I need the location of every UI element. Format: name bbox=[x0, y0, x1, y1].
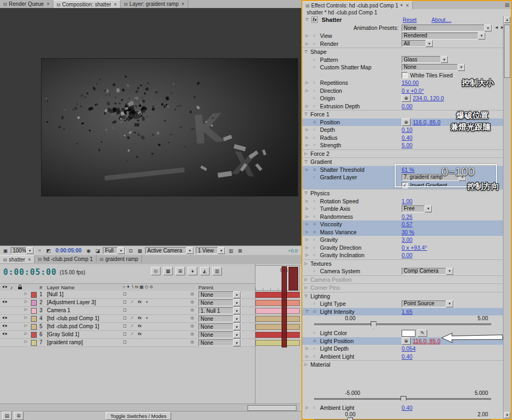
param-value[interactable]: 5.00 bbox=[402, 141, 412, 149]
param-ambient-light[interactable]: ▷○Ambient Light0.40 bbox=[302, 404, 504, 412]
group-corner-pins[interactable]: ▷Corner Pins bbox=[302, 283, 504, 292]
twirl-closed-icon[interactable]: ▷ bbox=[25, 323, 27, 328]
previous-preset-icon[interactable]: ◄ bbox=[494, 25, 499, 30]
layer-name[interactable]: [hd -club.psd Comp 1] bbox=[47, 323, 99, 329]
visibility-toggle[interactable] bbox=[2, 315, 8, 321]
param-light-type[interactable]: ○Light TypePoint Source▼ bbox=[302, 300, 504, 308]
param-value[interactable]: 0.00 bbox=[402, 102, 412, 110]
box-switch-icon[interactable]: ◻ bbox=[122, 315, 128, 320]
column-number[interactable]: # bbox=[39, 284, 42, 290]
param-value[interactable]: 0.40 bbox=[402, 404, 412, 412]
param-origin[interactable]: ○Origin⊕234.0, 120.0 bbox=[302, 94, 504, 102]
scroll-up-icon[interactable]: ▲ bbox=[504, 17, 510, 23]
param-value[interactable]: 0.10 bbox=[402, 126, 412, 134]
twirl-icon[interactable]: ▷ bbox=[306, 126, 308, 134]
draft-3d-icon[interactable]: ▦ bbox=[163, 267, 173, 275]
twirl-icon[interactable]: ▷ bbox=[306, 353, 308, 361]
param-extrusion-depth[interactable]: ▷○Extrusion Depth0.00 bbox=[302, 102, 504, 110]
group-material[interactable]: ▷Material bbox=[302, 360, 504, 369]
eyedropper-icon[interactable]: ✎ bbox=[418, 329, 427, 337]
chevron-down-icon[interactable]: ▼ bbox=[484, 25, 492, 31]
point-control-icon[interactable]: ⊕ bbox=[402, 118, 411, 126]
twirl-closed-icon[interactable]: ▷ bbox=[25, 315, 27, 320]
fx-switch-icon[interactable]: fx bbox=[137, 315, 143, 320]
fx-switch-icon[interactable]: fx bbox=[137, 331, 143, 336]
chevron-down-icon[interactable]: ▼ bbox=[186, 247, 194, 254]
twirl-icon[interactable]: ▷ bbox=[306, 79, 308, 87]
layer-duration-bar[interactable] bbox=[255, 308, 300, 314]
parent-pickwhip-icon[interactable]: ◎ bbox=[190, 299, 194, 304]
param-value[interactable]: 30 % bbox=[402, 228, 414, 236]
param-value[interactable]: 0 x +0.0° bbox=[402, 87, 424, 95]
magnification-icon[interactable]: ▣ bbox=[2, 247, 9, 254]
layer-duration-bar[interactable] bbox=[255, 332, 300, 338]
chevron-down-icon[interactable]: ▼ bbox=[233, 339, 241, 346]
twirl-icon[interactable]: ▽ bbox=[305, 292, 307, 300]
group-camera-position[interactable]: ▷Camera Position bbox=[302, 275, 504, 284]
parent-dropdown[interactable]: None▼ bbox=[198, 299, 241, 306]
parent-dropdown[interactable]: None▼ bbox=[198, 291, 241, 298]
current-time-indicator[interactable] bbox=[282, 266, 287, 347]
fx-icon[interactable]: fx bbox=[311, 17, 318, 23]
parent-pickwhip-icon[interactable]: ◎ bbox=[190, 315, 194, 320]
layer-name[interactable]: [graident ramp] bbox=[47, 339, 83, 345]
mask-visibility-icon[interactable]: ◩ bbox=[45, 247, 52, 254]
parent-pickwhip-icon[interactable]: ◎ bbox=[190, 291, 194, 296]
group-shape[interactable]: ▽Shape bbox=[302, 47, 504, 56]
param-value[interactable]: 116.0, 85.0 bbox=[413, 337, 441, 345]
layer-name[interactable]: [hd -club.psd Comp 1] bbox=[47, 315, 99, 321]
layer-row-camera-1[interactable]: ▷3Camera 1◻◎1. Null 1▼ bbox=[0, 307, 255, 315]
twirl-icon[interactable]: ▷ bbox=[306, 251, 308, 259]
param-view[interactable]: ▷○ViewRendered▼ bbox=[302, 32, 504, 40]
layer-duration-bar[interactable] bbox=[255, 340, 300, 346]
about-link[interactable]: About.... bbox=[431, 17, 451, 23]
scrollbar-thumb[interactable] bbox=[504, 25, 510, 78]
twirl-icon[interactable]: ▷ bbox=[306, 166, 308, 174]
tab-graident-ramp[interactable]: ▤graident ramp bbox=[97, 255, 142, 263]
zoom-dropdown[interactable]: 100% ▼ bbox=[11, 247, 34, 254]
parent-dropdown[interactable]: None▼ bbox=[198, 323, 241, 330]
slash-switch-icon[interactable]: ∕ bbox=[129, 315, 135, 320]
composition-viewer[interactable]: KX bbox=[0, 8, 301, 246]
chevron-down-icon[interactable]: ▼ bbox=[425, 205, 432, 212]
layer-row-adjustment-layer-3[interactable]: ▷2[Adjustment Layer 3]◻∕fx◐◎None▼ bbox=[0, 299, 255, 307]
param-randomness[interactable]: ▷○Randomness0.26 bbox=[302, 213, 504, 221]
label-color-swatch[interactable] bbox=[31, 340, 37, 346]
chevron-down-icon[interactable]: ▼ bbox=[441, 56, 448, 63]
visibility-toggle[interactable] bbox=[2, 299, 8, 305]
region-of-interest-icon[interactable]: ⊡ bbox=[127, 247, 134, 254]
twirl-icon[interactable]: ▽ bbox=[305, 189, 307, 197]
twirl-open-icon[interactable]: ▽ bbox=[306, 18, 308, 22]
dropdown-light-type[interactable]: Point Source▼ bbox=[402, 300, 454, 307]
chevron-down-icon[interactable]: ▼ bbox=[478, 33, 485, 39]
group-textures[interactable]: ▷Textures bbox=[302, 259, 504, 268]
label-color-swatch[interactable] bbox=[31, 308, 37, 314]
transparency-grid-icon[interactable]: ▦ bbox=[136, 247, 143, 254]
tab-hd-club-psd-comp-1[interactable]: ▤hd -club.psd Comp 1 bbox=[35, 255, 97, 263]
fast-previews-icon[interactable]: ⊠ bbox=[236, 247, 244, 254]
slider-thumb[interactable] bbox=[401, 396, 406, 404]
param-value[interactable]: 0.40 bbox=[402, 134, 412, 142]
param-ambient-light[interactable]: ▷○Ambient Light0.40 bbox=[302, 353, 504, 361]
dropdown-tumble-axis[interactable]: Free▼ bbox=[402, 205, 433, 212]
twirl-icon[interactable]: ▷ bbox=[306, 236, 308, 244]
chevron-down-icon[interactable]: ▼ bbox=[446, 268, 453, 275]
view-layout-dropdown[interactable]: 1 View ▼ bbox=[196, 247, 226, 254]
param-viscosity[interactable]: ▷⊙Viscosity0.57 bbox=[302, 220, 504, 228]
checkbox[interactable] bbox=[402, 72, 408, 78]
live-update-icon[interactable]: ◎ bbox=[151, 267, 161, 275]
half-switch-icon[interactable]: ◐ bbox=[144, 299, 150, 304]
stopwatch-icon[interactable]: ⊙ bbox=[313, 118, 316, 126]
tab-layer-graident-ramp[interactable]: ▤Layer: graident ramp× bbox=[121, 0, 188, 7]
twirl-icon[interactable]: ▷ bbox=[306, 345, 308, 353]
parent-pickwhip-icon[interactable]: ◎ bbox=[190, 323, 194, 328]
work-area-marker[interactable] bbox=[289, 267, 298, 290]
close-icon[interactable]: × bbox=[28, 257, 31, 263]
stopwatch-icon[interactable]: ⊙ bbox=[313, 166, 316, 174]
layer-duration-bar[interactable] bbox=[255, 316, 300, 322]
twirl-icon[interactable]: ▷ bbox=[306, 102, 308, 110]
close-icon[interactable]: × bbox=[406, 3, 409, 9]
motion-blur-icon[interactable]: ◭ bbox=[200, 267, 210, 275]
snapshot-icon[interactable]: ◉ bbox=[85, 247, 92, 254]
layer-name[interactable]: [Null 1] bbox=[47, 291, 63, 297]
